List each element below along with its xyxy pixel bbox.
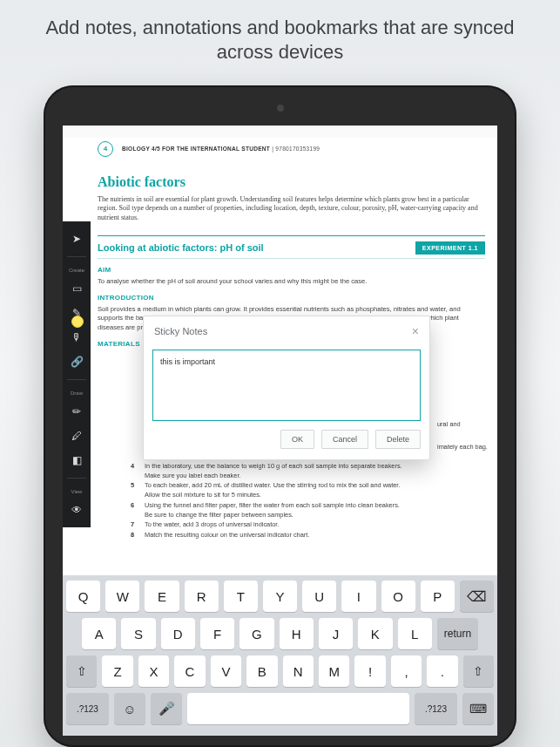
toolbar-label-create: Create xyxy=(63,266,91,273)
page-running-header: BIOLOGY 4/5 FOR THE INTERNATIONAL STUDEN… xyxy=(122,146,320,153)
key-q[interactable]: Q xyxy=(66,581,100,612)
key-d[interactable]: D xyxy=(161,618,195,649)
experiment-banner: Looking at abiotic factors: pH of soil E… xyxy=(98,235,485,259)
link-tool-icon[interactable]: 🔗 xyxy=(68,353,85,370)
key-shift-right[interactable]: ⇧ xyxy=(463,655,494,687)
key-exclaim[interactable]: ! xyxy=(354,655,385,687)
sticky-note-textarea[interactable]: this is important xyxy=(152,350,421,421)
text-tool-icon[interactable]: ▭ xyxy=(68,280,85,297)
toolbar-label-draw: Draw xyxy=(63,389,91,396)
left-toolbar: ➤ Create ▭ ✎ 🎙 🔗 Draw ✏ 🖊 ◧ View 👁 xyxy=(63,221,91,527)
ipad-camera xyxy=(277,105,284,112)
key-i[interactable]: I xyxy=(341,581,375,612)
key-r[interactable]: R xyxy=(185,581,219,612)
key-j[interactable]: J xyxy=(319,618,353,649)
key-x[interactable]: X xyxy=(138,655,169,687)
key-k[interactable]: K xyxy=(358,618,392,649)
aim-text: To analyse whether the pH of soil around… xyxy=(98,277,485,287)
key-space[interactable] xyxy=(187,693,409,724)
key-shift[interactable]: ⇧ xyxy=(66,655,97,687)
key-c[interactable]: C xyxy=(174,655,205,687)
kbd-row-1: Q W E R T Y U I O P ⌫ xyxy=(66,581,494,612)
key-b[interactable]: B xyxy=(246,655,277,687)
key-f[interactable]: F xyxy=(200,618,234,649)
introduction-heading: INTRODUCTION xyxy=(98,294,485,303)
key-dismiss-keyboard-icon[interactable]: ⌨ xyxy=(462,693,494,724)
key-w[interactable]: W xyxy=(105,581,139,612)
key-z[interactable]: Z xyxy=(102,655,132,687)
key-v[interactable]: V xyxy=(211,655,241,687)
sticky-note-popup: Sticky Notes × this is important OK Canc… xyxy=(143,316,430,460)
kbd-row-3: ⇧ Z X C V B N M ! , . ⇧ xyxy=(66,655,494,687)
key-backspace[interactable]: ⌫ xyxy=(460,581,494,612)
page-number-badge: 4 xyxy=(98,141,113,157)
highlighter-tool-icon[interactable]: 🖊 xyxy=(68,427,85,445)
key-numbers-right[interactable]: .?123 xyxy=(415,693,457,724)
ok-button[interactable]: OK xyxy=(280,430,314,449)
eraser-tool-icon[interactable]: ◧ xyxy=(68,452,85,469)
delete-button[interactable]: Delete xyxy=(375,430,421,449)
ipad-frame: ➤ Create ▭ ✎ 🎙 🔗 Draw ✏ 🖊 ◧ View 👁 4 BIO… xyxy=(44,85,516,747)
key-l[interactable]: L xyxy=(398,618,432,649)
promo-headline: Add notes, annotations and bookmarks tha… xyxy=(0,0,560,74)
key-period[interactable]: . xyxy=(427,655,457,687)
section-heading: Abiotic factors xyxy=(98,173,485,192)
key-m[interactable]: M xyxy=(319,655,349,687)
key-numbers[interactable]: .?123 xyxy=(66,693,109,724)
key-t[interactable]: T xyxy=(224,581,258,612)
key-mic-icon[interactable]: 🎤 xyxy=(151,693,182,724)
key-o[interactable]: O xyxy=(381,581,415,612)
pencil-tool-icon[interactable]: ✏ xyxy=(68,403,85,420)
section-intro-text: The nutrients in soil are essential for … xyxy=(98,195,485,223)
key-a[interactable]: A xyxy=(82,618,116,649)
aim-heading: AIM xyxy=(98,266,485,275)
kbd-row-2: A S D F G H J K L return xyxy=(66,618,494,649)
sticky-note-marker-icon[interactable] xyxy=(71,316,84,328)
cancel-button[interactable]: Cancel xyxy=(321,430,368,449)
method-steps: 4In the laboratory, use the balance to w… xyxy=(131,462,482,541)
key-g[interactable]: G xyxy=(240,618,273,649)
audio-tool-icon[interactable]: 🎙 xyxy=(68,329,85,346)
view-tool-icon[interactable]: 👁 xyxy=(68,501,85,519)
status-bar xyxy=(63,126,497,138)
onscreen-keyboard: Q W E R T Y U I O P ⌫ A S D F G H J K xyxy=(63,575,497,736)
close-icon[interactable]: × xyxy=(412,325,419,337)
key-comma[interactable]: , xyxy=(391,655,422,687)
kbd-row-4: .?123 ☺ 🎤 .?123 ⌨ xyxy=(66,693,494,724)
text-fragment: ural and xyxy=(437,420,488,429)
key-u[interactable]: U xyxy=(302,581,336,612)
experiment-title: Looking at abiotic factors: pH of soil xyxy=(98,241,264,255)
key-n[interactable]: N xyxy=(283,655,314,687)
pointer-tool-icon[interactable]: ➤ xyxy=(68,230,85,248)
key-emoji-icon[interactable]: ☺ xyxy=(114,693,145,724)
sticky-note-title: Sticky Notes xyxy=(154,326,207,336)
key-return[interactable]: return xyxy=(437,618,478,649)
key-y[interactable]: Y xyxy=(263,581,297,612)
key-s[interactable]: S xyxy=(121,618,155,649)
text-fragment: imately each bag. xyxy=(437,443,488,452)
key-e[interactable]: E xyxy=(145,581,179,612)
toolbar-label-view: View xyxy=(63,487,91,494)
screen: ➤ Create ▭ ✎ 🎙 🔗 Draw ✏ 🖊 ◧ View 👁 4 BIO… xyxy=(63,126,497,736)
experiment-tag: EXPERIMENT 1.1 xyxy=(415,241,485,255)
key-p[interactable]: P xyxy=(421,581,455,612)
key-h[interactable]: H xyxy=(280,618,314,649)
